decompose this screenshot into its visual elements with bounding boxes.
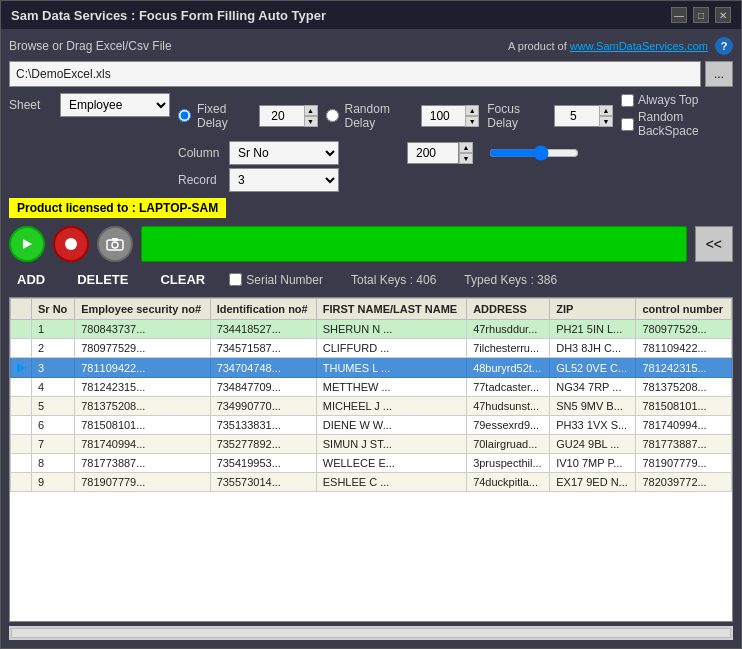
table-cell: SN5 9MV B... <box>550 397 636 416</box>
delete-button[interactable]: DELETE <box>69 270 136 289</box>
main-window: Sam Data Services : Focus Form Filling A… <box>0 0 742 649</box>
file-path-input[interactable] <box>9 61 701 87</box>
table-row[interactable]: ▶3781109422...734704748...THUMES L ...48… <box>11 358 732 378</box>
col-id-no: Identification no# <box>210 299 316 320</box>
random-max-up[interactable]: ▲ <box>459 142 473 153</box>
row-indicator <box>11 473 32 492</box>
table-row[interactable]: 5781375208...734990770...MICHEEL J ...47… <box>11 397 732 416</box>
column-dropdown[interactable]: Sr No Col1 <box>229 141 339 165</box>
table-cell: 781907779... <box>75 473 210 492</box>
add-button[interactable]: ADD <box>9 270 53 289</box>
checkboxes-group: Always Top Random BackSpace <box>621 93 733 138</box>
sheet-dropdown[interactable]: Employee Sheet1 Sheet2 <box>60 93 170 117</box>
table-row[interactable]: 9781907779...735573014...ESHLEE C ...74d… <box>11 473 732 492</box>
table-row[interactable]: 2780977529...734571587...CLIFFURD ...7il… <box>11 339 732 358</box>
focus-delay-up[interactable]: ▲ <box>599 105 613 116</box>
license-bar: Product licensed to : LAPTOP-SAM <box>9 196 733 218</box>
window-title: Sam Data Services : Focus Form Filling A… <box>11 8 326 23</box>
row-indicator <box>11 320 32 339</box>
table-cell: 781242315... <box>636 358 732 378</box>
always-top-checkbox-label[interactable]: Always Top <box>621 93 733 107</box>
table-cell: 780977529... <box>75 339 210 358</box>
clear-button[interactable]: CLEAR <box>152 270 213 289</box>
table-cell: 1 <box>32 320 75 339</box>
scrollbar-track[interactable] <box>11 628 731 638</box>
col-ctrl: control number <box>636 299 732 320</box>
product-info: A product of www.SamDataServices.com ? <box>508 37 733 55</box>
help-button[interactable]: ? <box>715 37 733 55</box>
col-indicator <box>11 299 32 320</box>
horizontal-scrollbar[interactable] <box>9 626 733 640</box>
browse-button[interactable]: ... <box>705 61 733 87</box>
typed-keys-label: Typed Keys : <box>464 273 533 287</box>
table-cell: METTHEW ... <box>316 378 466 397</box>
row-indicator <box>11 339 32 358</box>
table-cell: 2 <box>32 339 75 358</box>
table-cell: 7ilchesterru... <box>467 339 550 358</box>
table-cell: 734418527... <box>210 320 316 339</box>
table-cell: 5 <box>32 397 75 416</box>
maximize-button[interactable]: □ <box>693 7 709 23</box>
progress-bar <box>141 226 687 262</box>
table-cell: 48buryrd52t... <box>467 358 550 378</box>
table-cell: 734571587... <box>210 339 316 358</box>
table-row[interactable]: 4781242315...734847709...METTHEW ...77ta… <box>11 378 732 397</box>
file-row: ... <box>9 61 733 87</box>
table-row[interactable]: 6781508101...735133831...DIENE W W...79e… <box>11 416 732 435</box>
random-max-spinner: ▲ ▼ <box>407 142 473 164</box>
focus-delay-label: Focus Delay <box>487 102 546 130</box>
row-indicator <box>11 435 32 454</box>
fixed-delay-radio-label[interactable]: Fixed Delay <box>178 102 251 130</box>
sheet-row: Sheet Employee Sheet1 Sheet2 <box>9 93 170 117</box>
table-cell: 6 <box>32 416 75 435</box>
table-cell: 781109422... <box>636 339 732 358</box>
table-cell: DH3 8JH C... <box>550 339 636 358</box>
random-min-up[interactable]: ▲ <box>465 105 479 116</box>
table-cell: 3 <box>32 358 75 378</box>
random-delay-radio[interactable] <box>326 109 339 122</box>
random-backspace-checkbox-label[interactable]: Random BackSpace <box>621 110 733 138</box>
stop-button[interactable] <box>53 226 89 262</box>
window-controls: — □ ✕ <box>671 7 731 23</box>
close-button[interactable]: ✕ <box>715 7 731 23</box>
table-cell: 79essexrd9... <box>467 416 550 435</box>
random-min-down[interactable]: ▼ <box>465 116 479 127</box>
minimize-button[interactable]: — <box>671 7 687 23</box>
table-cell: 734847709... <box>210 378 316 397</box>
table-cell: 77tadcaster... <box>467 378 550 397</box>
back-button[interactable]: << <box>695 226 733 262</box>
table-cell: 781109422... <box>75 358 210 378</box>
always-top-checkbox[interactable] <box>621 94 634 107</box>
table-cell: CLIFFURD ... <box>316 339 466 358</box>
random-backspace-checkbox[interactable] <box>621 118 634 131</box>
table-cell: 7 <box>32 435 75 454</box>
fixed-delay-down[interactable]: ▼ <box>304 116 318 127</box>
random-max-down[interactable]: ▼ <box>459 153 473 164</box>
table-row[interactable]: 1780843737...734418527...SHERUN N ...47r… <box>11 320 732 339</box>
table-cell: MICHEEL J ... <box>316 397 466 416</box>
table-row[interactable]: 7781740994...735277892...SIMUN J ST...70… <box>11 435 732 454</box>
table-cell: EX17 9ED N... <box>550 473 636 492</box>
speed-slider[interactable] <box>489 145 579 161</box>
serial-number-label[interactable]: Serial Number <box>229 273 323 287</box>
record-dropdown[interactable]: 1 2 3 4 5 <box>229 168 339 192</box>
table-cell: 70lairgruad... <box>467 435 550 454</box>
random-delay-radio-label[interactable]: Random Delay <box>326 102 413 130</box>
play-button[interactable] <box>9 226 45 262</box>
license-text: Product licensed to : LAPTOP-SAM <box>9 198 226 218</box>
typed-keys-value: 386 <box>537 273 557 287</box>
product-link[interactable]: www.SamDataServices.com <box>570 40 708 52</box>
focus-delay-down[interactable]: ▼ <box>599 116 613 127</box>
total-keys-label: Total Keys : <box>351 273 413 287</box>
camera-button[interactable] <box>97 226 133 262</box>
fixed-delay-up[interactable]: ▲ <box>304 105 318 116</box>
table-cell: 781375208... <box>636 378 732 397</box>
table-cell: PH21 5IN L... <box>550 320 636 339</box>
serial-number-checkbox[interactable] <box>229 273 242 286</box>
col-zip: ZIP <box>550 299 636 320</box>
fixed-delay-radio[interactable] <box>178 109 191 122</box>
svg-point-2 <box>112 242 118 248</box>
table-cell: 781773887... <box>75 454 210 473</box>
table-row[interactable]: 8781773887...735419953...WELLECE E...3pr… <box>11 454 732 473</box>
random-max-input[interactable] <box>407 142 459 164</box>
